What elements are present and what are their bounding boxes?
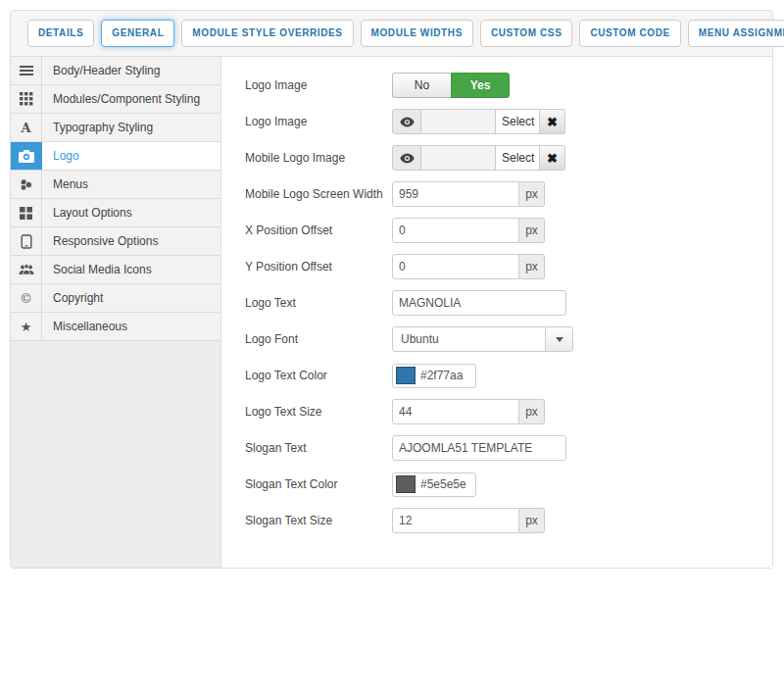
field-label: Slogan Text Color [245, 477, 392, 491]
sidebar-item-label: Layout Options [42, 199, 220, 226]
field-row-slogan-text-size: Slogan Text Size px [245, 508, 772, 533]
grid-3x3-icon [11, 85, 42, 113]
logo-image-input[interactable] [421, 109, 496, 134]
tab-bar: DETAILS GENERAL MODULE STYLE OVERRIDES M… [11, 11, 772, 57]
slogan-text-size-input[interactable] [392, 508, 519, 533]
sidebar-item-menus[interactable]: Menus [11, 171, 220, 199]
preview-eye-icon[interactable] [392, 145, 421, 171]
field-label: Mobile Logo Screen Width [245, 187, 392, 201]
field-label: Logo Image [245, 78, 392, 92]
mobile-logo-width-field: px [392, 181, 545, 207]
tab-details[interactable]: DETAILS [27, 20, 94, 47]
field-row-logo-text-size: Logo Text Size px [245, 399, 772, 424]
y-offset-field: px [392, 254, 545, 279]
logo-text-input[interactable] [392, 290, 566, 316]
sidebar-item-label: Body/Header Styling [42, 57, 220, 84]
color-hex-value: #2f77aa [420, 369, 463, 382]
y-offset-input[interactable] [392, 254, 519, 279]
panel-body: Body/Header Styling Modules/Component St… [11, 57, 772, 568]
copyright-icon: © [11, 284, 42, 312]
preview-eye-icon[interactable] [392, 109, 421, 134]
x-offset-field: px [392, 218, 545, 243]
logo-text-size-input[interactable] [392, 399, 519, 424]
users-icon [11, 256, 42, 283]
sidebar-item-logo[interactable]: Logo [11, 142, 220, 171]
field-row-logo-image-media: Logo Image Select ✖ [245, 109, 772, 134]
grid-2x2-icon [11, 199, 42, 226]
field-label: Logo Font [245, 332, 392, 346]
sidebar-item-body-header-styling[interactable]: Body/Header Styling [11, 57, 220, 85]
logo-font-selected-value: Ubuntu [393, 327, 545, 351]
camera-icon [11, 142, 42, 170]
sidebar-item-responsive-options[interactable]: Responsive Options [11, 227, 220, 256]
chevron-down-icon[interactable] [545, 327, 572, 351]
toggle-no-button[interactable]: No [392, 73, 451, 98]
field-row-logo-text-color: Logo Text Color #2f77aa [245, 363, 772, 388]
clear-mobile-logo-button[interactable]: ✖ [540, 145, 565, 171]
color-swatch [396, 475, 416, 493]
sidebar-item-typography-styling[interactable]: A Typography Styling [11, 114, 220, 142]
field-row-x-offset: X Position Offset px [245, 218, 772, 243]
logo-image-media-field: Select ✖ [392, 109, 565, 134]
mobile-logo-width-input[interactable] [392, 181, 519, 207]
sidebar-item-modules-component-styling[interactable]: Modules/Component Styling [11, 85, 220, 114]
field-row-logo-font: Logo Font Ubuntu [245, 326, 772, 352]
sidebar-item-label: Typography Styling [42, 114, 220, 141]
tab-menu-assignment[interactable]: MENU ASSIGNMENT [688, 20, 784, 47]
sidebar-item-copyright[interactable]: © Copyright [11, 284, 220, 313]
logo-image-toggle: No Yes [392, 73, 510, 98]
sidebar-item-layout-options[interactable]: Layout Options [11, 199, 220, 227]
field-row-logo-image-toggle: Logo Image No Yes [245, 73, 772, 98]
field-label: Slogan Text [245, 441, 392, 455]
unit-addon: px [519, 508, 545, 533]
tab-general[interactable]: GENERAL [101, 20, 174, 47]
sidebar-item-label: Social Media Icons [42, 256, 220, 283]
template-settings-window: DETAILS GENERAL MODULE STYLE OVERRIDES M… [10, 10, 773, 569]
sidebar-item-label: Menus [42, 171, 220, 198]
tab-custom-code[interactable]: CUSTOM CODE [579, 20, 680, 47]
sidebar-item-label: Miscellaneous [42, 313, 220, 340]
logo-font-select[interactable]: Ubuntu [392, 326, 573, 352]
field-label: X Position Offset [245, 224, 392, 237]
slogan-text-input[interactable] [392, 435, 566, 461]
sidebar-item-label: Logo [42, 142, 220, 170]
slogan-text-color-picker[interactable]: #5e5e5e [392, 472, 476, 497]
unit-addon: px [519, 399, 545, 424]
unit-addon: px [519, 181, 545, 207]
clear-logo-image-button[interactable]: ✖ [540, 109, 565, 134]
tab-module-widths[interactable]: MODULE WIDTHS [361, 20, 473, 47]
star-icon: ★ [11, 313, 42, 340]
sidebar: Body/Header Styling Modules/Component St… [11, 57, 221, 568]
menu-lines-icon [11, 57, 42, 84]
tab-module-style-overrides[interactable]: MODULE STYLE OVERRIDES [181, 20, 353, 47]
logo-text-size-field: px [392, 399, 545, 424]
share-cluster-icon [11, 171, 42, 198]
field-label: Logo Text [245, 296, 392, 310]
field-label: Logo Image [245, 115, 392, 128]
select-logo-image-button[interactable]: Select [496, 109, 540, 134]
sidebar-item-label: Modules/Component Styling [42, 85, 220, 113]
unit-addon: px [519, 254, 545, 279]
field-label: Logo Text Size [245, 405, 392, 419]
field-label: Slogan Text Size [245, 514, 392, 527]
unit-addon: px [519, 218, 545, 243]
color-swatch [396, 367, 416, 384]
color-hex-value: #5e5e5e [420, 477, 466, 491]
field-row-logo-text: Logo Text [245, 290, 772, 316]
field-row-slogan-text-color: Slogan Text Color #5e5e5e [245, 472, 772, 497]
sidebar-item-miscellaneous[interactable]: ★ Miscellaneous [11, 313, 220, 341]
sidebar-item-label: Responsive Options [42, 227, 220, 255]
select-mobile-logo-button[interactable]: Select [496, 145, 540, 171]
field-row-mobile-logo-width: Mobile Logo Screen Width px [245, 181, 772, 207]
toggle-yes-button[interactable]: Yes [451, 73, 510, 98]
tab-custom-css[interactable]: CUSTOM CSS [480, 20, 573, 47]
x-offset-input[interactable] [392, 218, 519, 243]
slogan-text-size-field: px [392, 508, 545, 533]
sidebar-item-social-media-icons[interactable]: Social Media Icons [11, 256, 220, 284]
logo-text-color-picker[interactable]: #2f77aa [392, 364, 476, 388]
mobile-logo-image-input[interactable] [421, 145, 496, 171]
mobile-logo-media-field: Select ✖ [392, 145, 565, 171]
field-label: Y Position Offset [245, 260, 392, 273]
field-label: Logo Text Color [245, 369, 392, 382]
field-row-mobile-logo-image: Mobile Logo Image Select ✖ [245, 145, 772, 171]
